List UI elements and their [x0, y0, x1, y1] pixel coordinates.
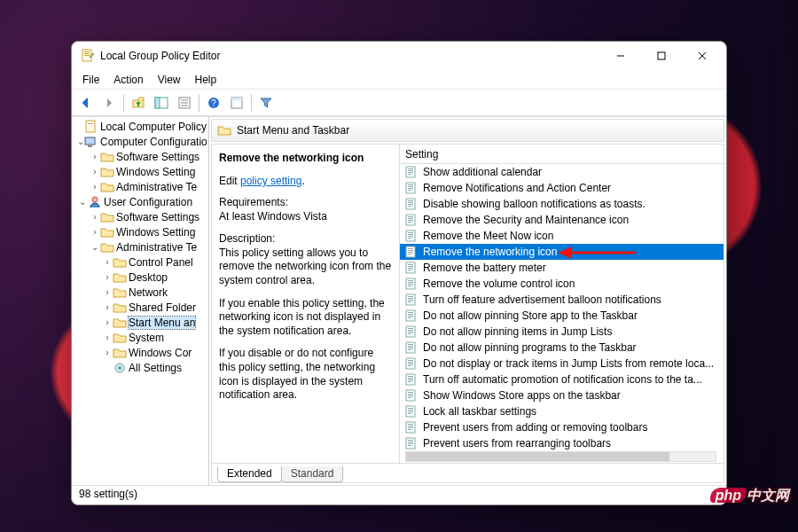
tree-item[interactable]: Network [129, 286, 168, 299]
folder-icon [113, 301, 127, 315]
export-button[interactable] [226, 92, 247, 113]
tree-root[interactable]: Local Computer Policy [100, 121, 207, 133]
setting-row[interactable]: Disable showing balloon notifications as… [400, 196, 724, 212]
req-label: Requirements: [219, 196, 288, 208]
chevron-down-icon[interactable]: ⌄ [90, 242, 100, 252]
horizontal-scrollbar[interactable] [405, 451, 716, 462]
titlebar[interactable]: Local Group Policy Editor [72, 42, 726, 70]
folder-icon [113, 286, 127, 300]
tree-item[interactable]: Windows Setting [116, 226, 195, 239]
setting-row[interactable]: Remove the Meet Now icon [400, 228, 724, 244]
chevron-right-icon[interactable]: › [102, 287, 113, 297]
menu-action[interactable]: Action [106, 72, 150, 88]
tree-item[interactable]: Shared Folder [129, 301, 196, 314]
tree-item[interactable]: Desktop [129, 271, 168, 284]
svg-rect-42 [408, 216, 413, 217]
tree-item-selected[interactable]: Start Menu an [129, 317, 195, 329]
svg-rect-40 [408, 206, 411, 207]
svg-point-25 [118, 366, 121, 370]
tree-computer-config[interactable]: Computer Configuratio [100, 136, 207, 148]
help-button[interactable]: ? [203, 92, 224, 113]
setting-row[interactable]: Lock all taskbar settings [400, 403, 724, 419]
tree-item[interactable]: System [129, 332, 164, 344]
tree-user-config[interactable]: User Configuration [104, 196, 192, 208]
setting-row[interactable]: Do not display or track items in Jump Li… [400, 356, 724, 372]
menu-help[interactable]: Help [188, 72, 224, 88]
svg-rect-19 [86, 121, 95, 132]
settings-rows[interactable]: Show additional calendarRemove Notificat… [400, 164, 724, 463]
setting-label: Remove the battery meter [423, 262, 546, 274]
setting-row[interactable]: Turn off automatic promotion of notifica… [400, 372, 724, 387]
setting-label: Remove the networking icon [423, 246, 557, 258]
tree-pane[interactable]: Local Computer Policy ⌄Computer Configur… [72, 117, 209, 485]
show-hide-tree-button[interactable] [151, 92, 172, 113]
policy-icon [405, 341, 418, 354]
right-pane: Start Menu and Taskbar Remove the networ… [209, 117, 726, 485]
tree-item[interactable]: Control Panel [129, 256, 193, 269]
setting-row[interactable]: Prevent users from rearranging toolbars [400, 435, 724, 451]
setting-row[interactable]: Remove the Security and Maintenance icon [400, 212, 724, 228]
forward-button[interactable] [98, 92, 120, 113]
minimize-button[interactable] [600, 43, 641, 69]
menu-view[interactable]: View [151, 72, 188, 88]
maximize-button[interactable] [641, 43, 682, 69]
desc-text-3: If you disable or do not configure this … [219, 347, 392, 402]
tree-item[interactable]: Windows Setting [116, 166, 195, 178]
tree-item[interactable]: Windows Cor [129, 347, 192, 359]
tab-extended[interactable]: Extended [217, 466, 282, 482]
chevron-down-icon[interactable]: ⌄ [77, 197, 88, 207]
filter-button[interactable] [255, 92, 277, 113]
setting-row[interactable]: Do not allow pinning programs to the Tas… [400, 340, 724, 356]
setting-row[interactable]: Do not allow pinning Store app to the Ta… [400, 308, 724, 324]
folder-icon [113, 270, 127, 285]
setting-row[interactable]: Remove Notifications and Action Center [400, 180, 724, 196]
tab-standard[interactable]: Standard [281, 466, 344, 482]
chevron-right-icon[interactable]: › [90, 212, 100, 222]
chevron-right-icon[interactable]: › [102, 272, 113, 282]
chevron-right-icon[interactable]: › [102, 348, 113, 357]
chevron-right-icon[interactable]: › [102, 302, 113, 312]
window-title: Local Group Policy Editor [100, 50, 600, 62]
policy-icon [405, 278, 418, 290]
setting-row[interactable]: Remove the battery meter [400, 260, 724, 276]
setting-row[interactable]: Show Windows Store apps on the taskbar [400, 387, 724, 403]
menu-file[interactable]: File [75, 72, 106, 88]
chevron-right-icon[interactable]: › [90, 227, 100, 237]
tree-item[interactable]: All Settings [129, 362, 182, 374]
up-button[interactable] [128, 92, 149, 113]
svg-rect-114 [408, 443, 413, 444]
svg-rect-65 [408, 286, 411, 286]
setting-row[interactable]: Show additional calendar [400, 164, 724, 180]
policy-icon [405, 389, 418, 402]
setting-row[interactable]: Remove the volume control icon [400, 276, 724, 292]
chevron-right-icon[interactable]: › [90, 152, 100, 161]
setting-row[interactable]: Remove the networking icon [400, 244, 724, 260]
svg-rect-1 [84, 51, 90, 52]
chevron-right-icon[interactable]: › [90, 167, 100, 176]
chevron-right-icon[interactable]: › [90, 182, 100, 192]
back-button[interactable] [75, 92, 97, 113]
setting-label: Do not display or track items in Jump Li… [423, 357, 714, 370]
setting-row[interactable]: Turn off feature advertisement balloon n… [400, 292, 724, 308]
tree-admin-templates[interactable]: Administrative Te [116, 241, 197, 254]
pane-header: Start Menu and Taskbar [211, 119, 724, 142]
tree-item[interactable]: Software Settings [116, 211, 200, 223]
chevron-right-icon[interactable]: › [102, 317, 113, 327]
folder-icon [100, 240, 114, 254]
edit-policy-link[interactable]: policy setting [240, 175, 301, 187]
chevron-right-icon[interactable]: › [102, 257, 113, 267]
chevron-down-icon[interactable]: ⌄ [77, 137, 84, 146]
policy-icon [405, 198, 418, 210]
column-header[interactable]: Setting [400, 145, 724, 164]
scrollbar-thumb[interactable] [406, 452, 669, 461]
svg-rect-87 [408, 360, 413, 361]
chevron-right-icon[interactable]: › [102, 332, 113, 342]
setting-row[interactable]: Do not allow pinning items in Jump Lists [400, 324, 724, 340]
svg-rect-45 [408, 222, 411, 223]
tree-item[interactable]: Administrative Te [116, 181, 197, 193]
properties-button[interactable] [174, 92, 195, 113]
setting-label: Disable showing balloon notifications as… [423, 198, 645, 210]
setting-row[interactable]: Prevent users from adding or removing to… [400, 419, 724, 435]
close-button[interactable] [682, 43, 723, 69]
tree-item[interactable]: Software Settings [116, 151, 200, 163]
